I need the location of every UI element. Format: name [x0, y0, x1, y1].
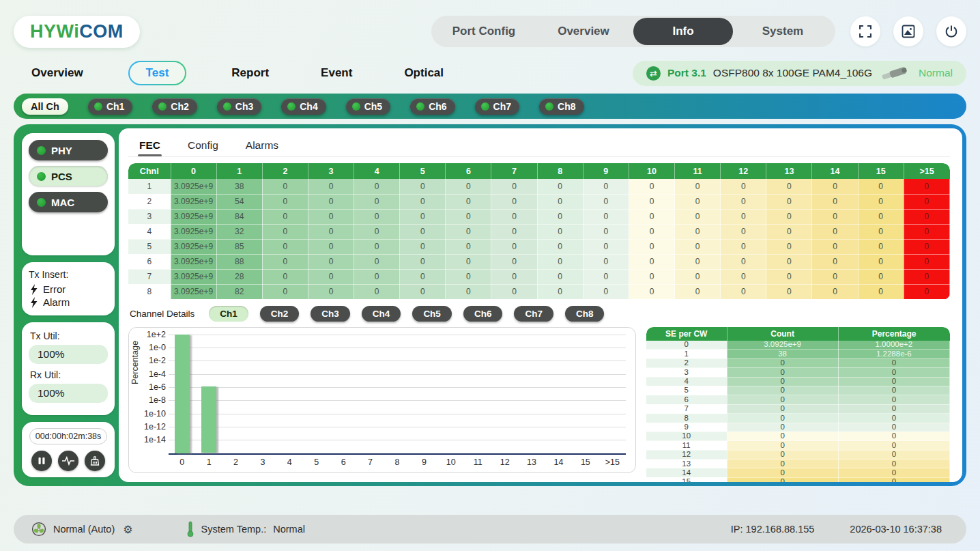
gear-icon[interactable]: ⚙	[123, 523, 132, 536]
channel-button-ch5[interactable]: Ch5	[346, 98, 390, 115]
fec-table-row: 13.0925e+938000000000000000	[128, 179, 950, 194]
fec-value-cell: 0	[812, 254, 858, 269]
fec-value-cell: 3.0925e+9	[171, 194, 216, 209]
se-col-header: Count	[727, 327, 838, 341]
fec-value-cell: 0	[308, 239, 354, 254]
fec-value-cell: 84	[216, 209, 262, 224]
detail-channel-button-ch3[interactable]: Ch3	[311, 306, 350, 322]
fec-col-header: 9	[583, 163, 629, 179]
tab-fec[interactable]: FEC	[138, 135, 162, 156]
detail-channel-button-ch6[interactable]: Ch6	[463, 306, 503, 322]
fec-col-header: 14	[812, 163, 858, 179]
subtab-event[interactable]: Event	[321, 66, 352, 80]
se-count-cell: 0	[727, 441, 838, 450]
detail-channel-button-ch4[interactable]: Ch4	[362, 306, 401, 322]
power-button[interactable]	[936, 16, 966, 46]
channel-status-dot-icon	[545, 102, 553, 111]
fec-table-row: 73.0925e+928000000000000000	[128, 269, 950, 284]
channel-button-ch2[interactable]: Ch2	[152, 98, 197, 115]
status-dot-icon	[37, 146, 46, 155]
fec-col-header: 15	[858, 163, 904, 179]
fec-value-cell: 0	[446, 224, 491, 239]
se-pct-cell: 0	[838, 477, 949, 482]
chart-x-tick: 15	[581, 457, 590, 467]
fec-value-cell: 0	[537, 194, 583, 209]
se-pct-cell: 0	[838, 450, 949, 459]
channel-button-all-ch[interactable]: All Ch	[22, 98, 68, 115]
channel-button-ch1[interactable]: Ch1	[88, 98, 132, 115]
insert-alarm-button[interactable]: Alarm	[29, 296, 108, 309]
detail-channel-button-ch2[interactable]: Ch2	[260, 306, 300, 322]
channel-button-ch7[interactable]: Ch7	[475, 98, 519, 115]
channel-button-ch4[interactable]: Ch4	[281, 98, 326, 115]
fec-value-cell: 0	[491, 179, 537, 194]
fec-value-cell: 0	[308, 254, 354, 269]
fec-value-cell: 0	[308, 284, 354, 299]
channel-button-ch8[interactable]: Ch8	[539, 98, 583, 115]
fec-value-cell: 0	[354, 194, 400, 209]
screenshot-button[interactable]	[893, 16, 923, 46]
fec-value-cell: 0	[629, 194, 674, 209]
se-count-cell: 0	[727, 423, 838, 432]
chart-x-tick: 12	[500, 457, 510, 467]
se-pct-cell: 0	[838, 460, 949, 468]
chart-x-tick: 11	[474, 457, 482, 467]
subtab-report[interactable]: Report	[231, 66, 269, 80]
fec-value-cell: 0	[675, 209, 721, 224]
chart-x-tick: 4	[287, 457, 292, 467]
se-count-cell: 0	[727, 477, 838, 482]
thermometer-icon	[186, 521, 194, 537]
chart-y-tick: 1e-12	[132, 422, 166, 432]
se-count-cell: 0	[727, 358, 838, 367]
insert-error-button[interactable]: Error	[29, 283, 108, 296]
fec-value-cell: 0	[629, 209, 674, 224]
clear-button[interactable]	[85, 451, 105, 471]
chart-x-tick: >15	[605, 457, 620, 467]
channel-button-ch3[interactable]: Ch3	[217, 98, 261, 115]
fec-value-cell: 0	[262, 224, 308, 239]
se-count-cell: 0	[727, 395, 838, 404]
chart-x-tick: 13	[527, 457, 536, 467]
layer-phy-button[interactable]: PHY	[29, 140, 108, 160]
tx-util-value[interactable]: 100%	[29, 345, 108, 364]
tab-overview[interactable]: Overview	[534, 18, 633, 45]
fec-value-cell: 0	[858, 254, 904, 269]
subtab-overview[interactable]: Overview	[31, 66, 83, 80]
detail-channel-button-ch7[interactable]: Ch7	[514, 306, 553, 322]
detail-channel-button-ch5[interactable]: Ch5	[412, 306, 452, 322]
chart-gridline	[169, 374, 626, 375]
pulse-button[interactable]	[58, 451, 78, 471]
fullscreen-button[interactable]	[850, 16, 880, 46]
se-pct-cell: 0	[838, 395, 949, 404]
channel-status-dot-icon	[481, 102, 489, 111]
tab-system[interactable]: System	[733, 18, 833, 45]
subtab-optical[interactable]: Optical	[404, 66, 444, 80]
chart-x-tick: 14	[554, 457, 564, 467]
pause-button[interactable]	[31, 451, 52, 471]
subtab-test[interactable]: Test	[128, 61, 187, 85]
fec-table: Chnl0123456789101112131415>1513.0925e+93…	[128, 163, 950, 300]
se-count-cell: 38	[727, 350, 838, 358]
channel-button-ch6[interactable]: Ch6	[410, 98, 455, 115]
fec-value-cell: 32	[216, 224, 262, 239]
chart-gridline	[169, 414, 626, 414]
detail-channel-button-ch8[interactable]: Ch8	[565, 306, 605, 322]
detail-channel-button-ch1[interactable]: Ch1	[209, 306, 248, 322]
fec-value-cell: 3.0925e+9	[171, 254, 216, 269]
fec-value-cell: 3.0925e+9	[171, 269, 216, 284]
layer-pcs-button[interactable]: PCS	[29, 166, 108, 186]
fec-value-cell: 0	[904, 239, 949, 254]
tab-port-config[interactable]: Port Config	[434, 18, 534, 45]
screenshot-icon	[902, 25, 915, 38]
fec-value-cell: 0	[812, 194, 858, 209]
tab-alarms[interactable]: Alarms	[244, 135, 280, 156]
window-controls	[850, 16, 966, 46]
fec-col-header: 4	[354, 163, 400, 179]
chart-gridline	[169, 348, 626, 348]
tab-config[interactable]: Config	[186, 135, 220, 156]
app-window: HYWiCOM Port Config Overview Info System	[0, 0, 980, 551]
rx-util-value[interactable]: 100%	[29, 384, 108, 403]
tab-info[interactable]: Info	[633, 18, 733, 45]
channel-button-label: Ch4	[300, 101, 317, 112]
layer-mac-button[interactable]: MAC	[29, 192, 108, 212]
